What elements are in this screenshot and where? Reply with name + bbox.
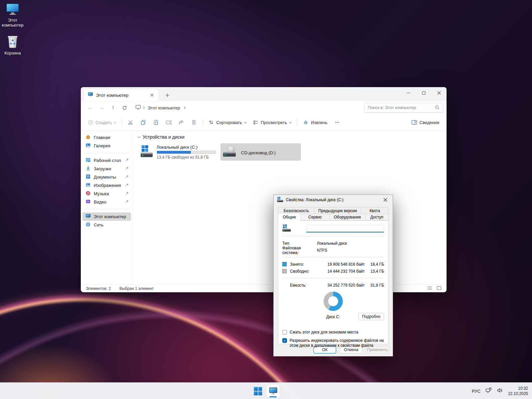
sidebar-item-downloads[interactable]: Загрузки [82, 165, 131, 173]
network-tray-icon[interactable] [485, 387, 492, 395]
index-checkbox-label: Разрешить индексировать содержимое файло… [290, 338, 384, 348]
sidebar-item-videos[interactable]: Видео [82, 198, 131, 206]
delete-icon[interactable] [188, 117, 200, 128]
navigation-bar: ← → ↑ Этот компьютер Поиск в: Этот компь… [81, 101, 447, 114]
sidebar-item-home[interactable]: Главная [82, 133, 131, 142]
disk-usage-donut [324, 292, 343, 311]
tab-quota[interactable]: Квота [361, 207, 389, 214]
drive-name: Локальный диск (C:) [157, 145, 216, 150]
this-pc-icon [85, 214, 91, 220]
taskbar-explorer-button[interactable] [266, 384, 280, 398]
explorer-tab-strip: Этот компьютер [81, 87, 447, 101]
pin-icon [125, 158, 129, 163]
items-count: Элементов: 2 [86, 286, 111, 291]
create-button[interactable]: Создать [85, 117, 119, 128]
start-button[interactable] [251, 384, 264, 398]
back-icon[interactable]: ← [85, 103, 96, 113]
drive-c-item[interactable]: Локальный диск (C:) 13,4 ГБ свободно из … [138, 143, 218, 161]
sidebar-item-label: Видео [94, 200, 122, 204]
copy-icon[interactable] [137, 117, 150, 128]
language-indicator[interactable]: РУС [472, 389, 480, 394]
local-disk-icon [140, 145, 153, 159]
divider [282, 257, 384, 257]
tab-tools[interactable]: Сервис [300, 214, 330, 220]
svg-text:A: A [167, 121, 169, 124]
close-button[interactable] [431, 87, 447, 98]
computer-icon[interactable] [135, 105, 141, 111]
local-disk-icon [277, 197, 283, 203]
used-legend-swatch [282, 262, 287, 266]
used-size: 18,4 ГБ [365, 262, 384, 267]
tab-sharing[interactable]: Доступ [365, 214, 389, 220]
details-pane-button[interactable]: Сведения [408, 117, 443, 128]
thumbnail-view-icon[interactable] [437, 286, 442, 291]
up-icon[interactable]: ↑ [107, 103, 119, 113]
sidebar-divider [84, 153, 129, 153]
tab-general[interactable]: Общие [278, 213, 301, 221]
new-tab-button[interactable] [163, 91, 172, 99]
compress-checkbox-row[interactable]: Сжать этот диск для экономии места [282, 330, 384, 334]
desktop-icon-this-pc[interactable]: Этот компьютер [0, 3, 25, 28]
sidebar-item-pictures[interactable]: Изображения [82, 181, 131, 190]
desktop-icon-recycle-bin[interactable]: Корзина [0, 34, 25, 56]
rename-icon[interactable]: A [162, 117, 175, 128]
volume-label-input[interactable] [306, 225, 384, 232]
general-tab-panel: Тип:Локальный диск Файловая система:NTFS… [278, 220, 388, 344]
dialog-title-bar: Свойства: Локальный диск (C:) [274, 195, 393, 205]
desktop-icon-label: Корзина [4, 51, 21, 56]
paste-icon[interactable] [150, 117, 162, 128]
dialog-close-icon[interactable] [378, 195, 393, 205]
toolbar-divider [122, 119, 122, 126]
drive-usage-bar [157, 151, 216, 154]
volume-tray-icon[interactable] [497, 387, 503, 395]
eject-button[interactable]: Извлечь [300, 117, 331, 128]
tab-hardware[interactable]: Оборудование [330, 214, 365, 220]
breadcrumb-this-pc[interactable]: Этот компьютер [146, 105, 182, 111]
view-button[interactable]: Просмотреть [250, 117, 295, 128]
details-button[interactable]: Подробно [358, 313, 384, 320]
devices-section-header[interactable]: Устройства и диски [138, 134, 447, 140]
desktop-icon-label: Этот компьютер [0, 18, 25, 28]
toolbar-divider [297, 119, 297, 126]
breadcrumb: Этот компьютер [133, 103, 360, 113]
divider [282, 236, 384, 236]
sidebar-item-gallery[interactable]: Галерея [82, 142, 131, 150]
search-placeholder: Поиск в: Этот компьютер [368, 105, 416, 110]
pictures-icon [85, 182, 91, 189]
share-icon[interactable] [175, 117, 188, 128]
desktop-folder-icon [85, 157, 91, 164]
search-box[interactable]: Поиск в: Этот компьютер [364, 103, 443, 113]
sidebar-item-documents[interactable]: Документы [82, 173, 131, 181]
sidebar-item-this-pc[interactable]: Этот компьютер [82, 212, 131, 221]
sidebar-item-network[interactable]: Сеть [82, 221, 131, 229]
explorer-tab[interactable]: Этот компьютер [84, 89, 159, 101]
more-icon[interactable] [331, 117, 343, 128]
search-icon [435, 105, 440, 111]
index-checkbox-row[interactable]: Разрешить индексировать содержимое файло… [282, 338, 384, 348]
pin-icon [125, 183, 129, 188]
sidebar-item-music[interactable]: Музыка [82, 190, 131, 198]
pin-icon [125, 175, 129, 180]
documents-icon [85, 174, 91, 180]
compress-checkbox-label: Сжать этот диск для экономии места [290, 330, 358, 334]
taskbar-clock[interactable]: 10:32 22.10.2025 [508, 386, 528, 396]
tab-previous-versions[interactable]: Предыдущие версии [314, 207, 361, 214]
maximize-button[interactable] [416, 87, 431, 98]
cut-icon[interactable] [124, 117, 137, 128]
breadcrumb-chevron-icon [142, 106, 145, 109]
sort-button[interactable]: Сортировать [205, 117, 250, 128]
forward-icon[interactable]: → [96, 103, 107, 113]
minimize-button[interactable] [401, 87, 416, 98]
tab-close-icon[interactable] [148, 91, 156, 99]
capacity-size: 31,8 ГБ [365, 283, 384, 288]
tab-security[interactable]: Безопасность [278, 207, 315, 214]
details-view-icon[interactable] [427, 286, 432, 291]
index-checkbox[interactable] [282, 338, 287, 343]
sidebar-item-desktop[interactable]: Рабочий стол [82, 156, 131, 165]
refresh-icon[interactable] [119, 103, 130, 113]
sidebar-item-label: Этот компьютер [94, 214, 129, 219]
drive-d-item[interactable]: CD-дисковод (D:) [220, 143, 301, 161]
compress-checkbox[interactable] [282, 330, 287, 334]
home-icon [85, 134, 91, 141]
details-pane-label: Сведения [420, 120, 439, 125]
